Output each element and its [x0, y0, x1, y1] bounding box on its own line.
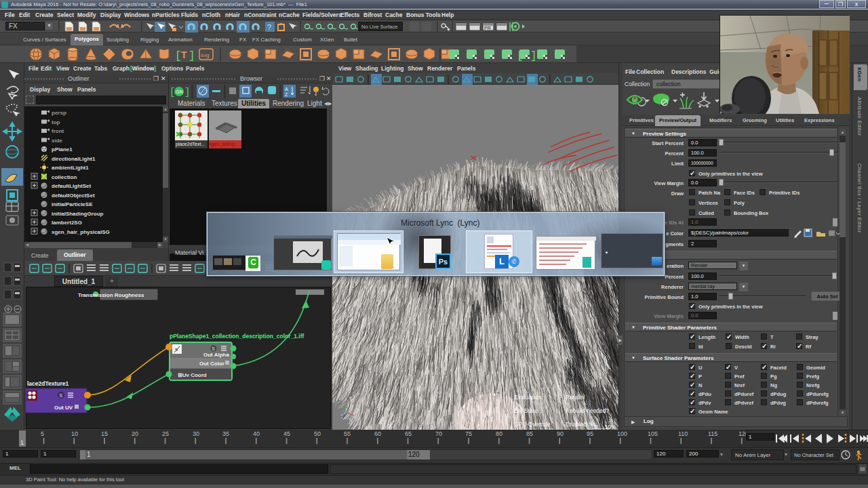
- svg-text:lace2dTexture1: lace2dTexture1: [27, 380, 69, 387]
- svg-text:persp: persp: [52, 110, 66, 116]
- svg-text:Parallel: Parallel: [566, 394, 585, 401]
- svg-text:70: 70: [435, 430, 442, 437]
- svg-text:Out Color: Out Color: [199, 361, 224, 367]
- svg-text:S: S: [60, 393, 63, 398]
- svg-text:side: side: [52, 138, 63, 144]
- svg-text:PR: PR: [484, 26, 491, 30]
- svg-text:25: 25: [162, 430, 169, 437]
- svg-text:Rebuild needed?: Rebuild needed?: [566, 407, 610, 414]
- svg-text:75: 75: [465, 430, 472, 437]
- svg-text:EM State: EM State: [514, 407, 538, 414]
- svg-text:xgen_hair_physicalSG: xgen_hair_physicalSG: [52, 229, 110, 235]
- svg-text:110: 110: [678, 430, 688, 437]
- svg-text:⊞Uv Coord: ⊞Uv Coord: [178, 372, 207, 378]
- svg-text:ambientLight1: ambientLight1: [52, 165, 89, 171]
- svg-text:?: ?: [267, 23, 271, 31]
- svg-text:105: 105: [648, 430, 658, 437]
- svg-text:Out UV: Out UV: [54, 405, 73, 411]
- svg-text:initialShadingGroup: initialShadingGroup: [52, 211, 104, 217]
- svg-text:collection: collection: [52, 174, 77, 180]
- svg-text:30: 30: [193, 430, 199, 437]
- svg-text:lambert2SG: lambert2SG: [52, 220, 82, 226]
- svg-text:front: front: [52, 128, 64, 134]
- svg-text:40: 40: [253, 430, 260, 437]
- svg-text:directionalLight1: directionalLight1: [52, 156, 96, 162]
- svg-text:120: 120: [738, 430, 746, 437]
- svg-text:initialParticleSE: initialParticleSE: [52, 201, 93, 207]
- svg-text:Z: Z: [285, 92, 288, 97]
- svg-text:5: 5: [41, 430, 44, 437]
- svg-text:S: S: [212, 346, 216, 351]
- svg-text:pPlane1: pPlane1: [52, 146, 73, 152]
- svg-text:80: 80: [496, 430, 502, 437]
- svg-text:Out Alpha: Out Alpha: [203, 352, 229, 358]
- svg-text:20: 20: [132, 430, 138, 437]
- svg-text:1: 1: [20, 439, 24, 446]
- svg-text:defaultLightSet: defaultLightSet: [52, 183, 92, 189]
- svg-text:Transmission Roughness: Transmission Roughness: [78, 292, 144, 298]
- svg-text:90: 90: [557, 430, 564, 437]
- svg-text:GPU Override: GPU Override: [514, 421, 551, 428]
- svg-text:GN: GN: [176, 89, 183, 94]
- svg-text:50: 50: [314, 430, 321, 437]
- svg-text:Evaluation:: Evaluation:: [514, 394, 542, 401]
- svg-text:60: 60: [374, 430, 381, 437]
- svg-text:95: 95: [587, 430, 593, 437]
- svg-text:T: T: [181, 49, 187, 60]
- svg-text:pPlaneShape1_collection_descri: pPlaneShape1_collection_description_colo…: [170, 333, 304, 340]
- svg-text:]: ]: [184, 87, 190, 98]
- svg-text:35: 35: [222, 430, 229, 437]
- svg-text:100: 100: [617, 430, 627, 437]
- svg-text:A: A: [285, 87, 288, 92]
- svg-text:85: 85: [526, 430, 533, 437]
- svg-text:65: 65: [405, 430, 412, 437]
- svg-text:45: 45: [283, 430, 290, 437]
- svg-text:55: 55: [344, 430, 351, 437]
- svg-text:15: 15: [101, 430, 108, 437]
- svg-text:10: 10: [71, 430, 78, 437]
- svg-text:defaultObjectSet: defaultObjectSet: [52, 192, 95, 199]
- svg-text:]: ]: [189, 50, 195, 62]
- svg-text:]: ]: [530, 50, 537, 62]
- svg-text:svg: svg: [201, 52, 209, 58]
- svg-text:Enabled file: Enabled file: [566, 421, 596, 428]
- svg-text:115: 115: [708, 430, 717, 437]
- svg-text:top: top: [52, 119, 60, 125]
